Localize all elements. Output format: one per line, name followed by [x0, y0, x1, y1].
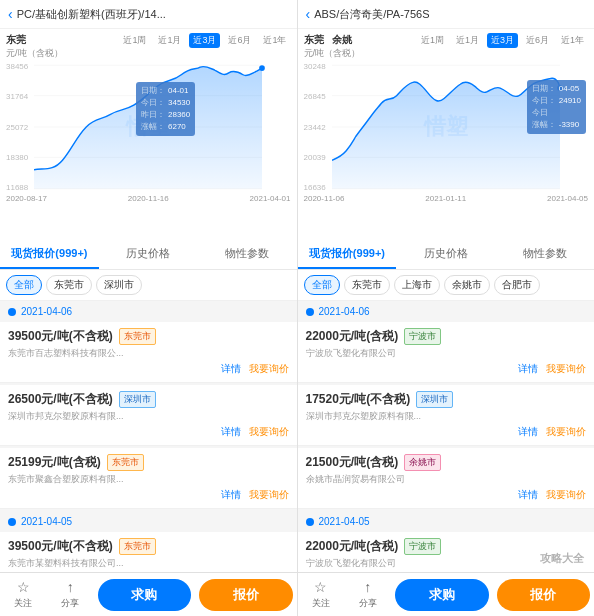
- right-date-dot-2: [306, 518, 314, 526]
- left-card3-company: 东莞市聚鑫合塑胶原料有限...: [8, 473, 289, 486]
- left-card2-detail[interactable]: 详情: [221, 425, 241, 439]
- left-card3-price: 25199元/吨(含税): [8, 454, 101, 471]
- right-y2: 20039: [304, 153, 326, 162]
- right-card2-inquiry[interactable]: 我要询价: [546, 425, 586, 439]
- left-panel-title: PC/基础创新塑料(西班牙)/14...: [17, 7, 289, 22]
- left-listings: 2021-04-06 39500元/吨(不含税) 东莞市 东莞市百志塑料科技有限…: [0, 301, 297, 572]
- right-card3-detail[interactable]: 详情: [518, 488, 538, 502]
- left-y2: 18380: [6, 153, 28, 162]
- right-tabs-row: 现货报价(999+) 历史价格 物性参数: [298, 240, 595, 270]
- left-tf-6m[interactable]: 近6月: [224, 33, 255, 48]
- right-card3-price-row: 21500元/吨(含税) 余姚市: [306, 454, 587, 471]
- right-card4-city: 宁波市: [404, 538, 441, 555]
- left-report-button[interactable]: 报价: [199, 579, 293, 611]
- right-card3-actions: 详情 我要询价: [306, 488, 587, 502]
- right-follow-action[interactable]: ☆ 关注: [298, 579, 345, 610]
- left-listing-card-2: 26500元/吨(不含税) 深圳市 深圳市邦克尔塑胶原料有限... 详情 我要询…: [0, 385, 297, 446]
- right-tf-6m[interactable]: 近6月: [522, 33, 553, 48]
- right-filter-dongguan[interactable]: 东莞市: [344, 275, 390, 295]
- right-card3-price: 21500元/吨(含税): [306, 454, 399, 471]
- right-tab-spot[interactable]: 现货报价(999+): [298, 240, 397, 269]
- left-card1-city: 东莞市: [119, 328, 156, 345]
- left-card2-actions: 详情 我要询价: [8, 425, 289, 439]
- right-chart-area: 东莞 余姚 元/吨（含税） 近1周 近1月 近3月 近6月 近1年 惜塑: [298, 29, 595, 240]
- left-card3-detail[interactable]: 详情: [221, 488, 241, 502]
- left-panel-header: ‹ PC/基础创新塑料(西班牙)/14...: [0, 0, 297, 29]
- right-card2-detail[interactable]: 详情: [518, 425, 538, 439]
- right-filter-all[interactable]: 全部: [304, 275, 340, 295]
- right-panel-title: ABS/台湾奇美/PA-756S: [314, 7, 586, 22]
- right-time-filters: 近1周 近1月 近3月 近6月 近1年: [417, 33, 588, 48]
- left-card3-actions: 详情 我要询价: [8, 488, 289, 502]
- left-date-dot-2: [8, 518, 16, 526]
- right-filter-row: 全部 东莞市 上海市 余姚市 合肥市: [298, 270, 595, 301]
- left-time-filters: 近1周 近1月 近3月 近6月 近1年: [119, 33, 290, 48]
- right-tf-3m[interactable]: 近3月: [487, 33, 518, 48]
- left-bar-half: ☆ 关注 ↑ 分享 求购 报价: [0, 573, 298, 616]
- right-filter-yuyao[interactable]: 余姚市: [444, 275, 490, 295]
- left-card2-price-row: 26500元/吨(不含税) 深圳市: [8, 391, 289, 408]
- right-share-action[interactable]: ↑ 分享: [344, 579, 391, 610]
- right-card4-price: 22000元/吨(含税): [306, 538, 399, 555]
- left-y1: 11688: [6, 183, 28, 192]
- right-filter-shanghai[interactable]: 上海市: [394, 275, 440, 295]
- left-filter-all[interactable]: 全部: [6, 275, 42, 295]
- right-card1-city: 宁波市: [404, 328, 441, 345]
- right-tf-1w[interactable]: 近1周: [417, 33, 448, 48]
- left-date-1: 2021-04-06: [0, 301, 297, 322]
- right-panel-header: ‹ ABS/台湾奇美/PA-756S: [298, 0, 595, 29]
- right-card1-price: 22000元/吨(含税): [306, 328, 399, 345]
- right-unit: 元/吨（含税）: [304, 47, 361, 60]
- share-icon-left: ↑: [67, 579, 74, 595]
- right-card1-detail[interactable]: 详情: [518, 362, 538, 376]
- left-filter-shenzhen[interactable]: 深圳市: [96, 275, 142, 295]
- right-date-2: 2021-04-05: [298, 511, 595, 532]
- back-icon-right[interactable]: ‹: [306, 6, 311, 22]
- right-card2-price-row: 17520元/吨(不含税) 深圳市: [306, 391, 587, 408]
- left-share-action[interactable]: ↑ 分享: [47, 579, 94, 610]
- left-follow-action[interactable]: ☆ 关注: [0, 579, 47, 610]
- right-y-labels: 30248 26845 23442 20039 16636: [304, 62, 326, 192]
- left-card2-price: 26500元/吨(不含税): [8, 391, 113, 408]
- back-icon-left[interactable]: ‹: [8, 6, 13, 22]
- left-card1-inquiry[interactable]: 我要询价: [249, 362, 289, 376]
- right-card3-inquiry[interactable]: 我要询价: [546, 488, 586, 502]
- left-card2-company: 深圳市邦克尔塑胶原料有限...: [8, 410, 289, 423]
- right-filter-hefei[interactable]: 合肥市: [494, 275, 540, 295]
- top-panels: ‹ PC/基础创新塑料(西班牙)/14... 东莞 元/吨（含税） 近1周 近1…: [0, 0, 594, 240]
- right-tf-1m[interactable]: 近1月: [452, 33, 483, 48]
- left-tab-params[interactable]: 物性参数: [198, 240, 297, 269]
- right-chart-container: 惜塑 30248 26845 23442 20039 16636: [304, 62, 589, 192]
- left-card1-actions: 详情 我要询价: [8, 362, 289, 376]
- right-listing-card-3: 21500元/吨(含税) 余姚市 余姚市晶润贸易有限公司 详情 我要询价: [298, 448, 595, 509]
- right-report-button[interactable]: 报价: [497, 579, 591, 611]
- left-tf-1m[interactable]: 近1月: [154, 33, 185, 48]
- left-tf-1w[interactable]: 近1周: [119, 33, 150, 48]
- left-tf-1y[interactable]: 近1年: [259, 33, 290, 48]
- screen: ‹ PC/基础创新塑料(西班牙)/14... 东莞 元/吨（含税） 近1周 近1…: [0, 0, 594, 616]
- right-tab-params[interactable]: 物性参数: [495, 240, 594, 269]
- left-tab-history[interactable]: 历史价格: [99, 240, 198, 269]
- left-tf-3m[interactable]: 近3月: [189, 33, 220, 48]
- right-share-label: 分享: [359, 597, 377, 610]
- right-tf-1y[interactable]: 近1年: [557, 33, 588, 48]
- left-xl1: 2020-08-17: [6, 194, 47, 203]
- right-card2-actions: 详情 我要询价: [306, 425, 587, 439]
- right-card4-price-row: 22000元/吨(含税) 宁波市: [306, 538, 587, 555]
- right-card1-inquiry[interactable]: 我要询价: [546, 362, 586, 376]
- right-listing-card-2: 17520元/吨(不含税) 深圳市 深圳市邦克尔塑胶原料有限... 详情 我要询…: [298, 385, 595, 446]
- left-tab-spot[interactable]: 现货报价(999+): [0, 240, 99, 269]
- left-chart-xlabels: 2020-08-17 2020-11-16 2021-04-01: [6, 194, 291, 203]
- left-card3-inquiry[interactable]: 我要询价: [249, 488, 289, 502]
- left-buy-button[interactable]: 求购: [98, 579, 192, 611]
- right-buy-button[interactable]: 求购: [395, 579, 489, 611]
- left-card1-detail[interactable]: 详情: [221, 362, 241, 376]
- left-card2-inquiry[interactable]: 我要询价: [249, 425, 289, 439]
- left-filter-dongguan[interactable]: 东莞市: [46, 275, 92, 295]
- right-y4: 26845: [304, 92, 326, 101]
- right-card2-city: 深圳市: [416, 391, 453, 408]
- right-tab-history[interactable]: 历史价格: [396, 240, 495, 269]
- left-y3: 25072: [6, 123, 28, 132]
- star-icon-right: ☆: [314, 579, 327, 595]
- bottom-bar: ☆ 关注 ↑ 分享 求购 报价 ☆ 关注 ↑ 分享 求购 报价: [0, 572, 594, 616]
